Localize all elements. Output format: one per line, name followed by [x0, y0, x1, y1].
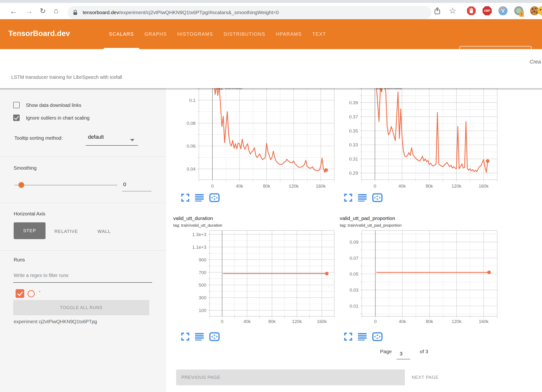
run-color-swatch[interactable]	[28, 290, 35, 297]
x-tick-label: 120k	[289, 184, 299, 189]
page-number-input[interactable]: 3	[400, 351, 403, 357]
home-icon[interactable]: ⌂	[54, 6, 58, 15]
chart-valid_utt_duration: 040k80k120k160k1003005007009001.1e+31.3e…	[173, 213, 340, 328]
tab-distributions[interactable]: DISTRIBUTIONS	[218, 19, 271, 49]
pan-arrows-icon[interactable]	[209, 332, 220, 341]
clipped-tag-fragment: tag: train/valid	[376, 88, 402, 90]
privacy-badger-icon[interactable]: 1	[514, 6, 523, 15]
y-tick-label: 0.07	[350, 256, 358, 261]
x-tick-label: 160k	[479, 184, 489, 189]
chart-title: valid_utt_pad_proportion	[340, 215, 395, 221]
horizontal-lines-icon[interactable]	[358, 193, 367, 202]
x-tick-label: 0	[374, 319, 377, 324]
smoothing-slider-handle[interactable]	[18, 182, 24, 188]
y-tick-label: 0.01	[350, 304, 358, 309]
runs-filter-input[interactable]: Write a regex to filter runs	[14, 273, 69, 278]
x-tick-label: 0	[211, 184, 214, 189]
tab-hparams[interactable]: HPARAMS	[271, 19, 307, 49]
show-download-checkbox[interactable]	[13, 102, 20, 108]
x-tick-label: 80k	[268, 319, 276, 324]
fullscreen-icon[interactable]	[181, 193, 190, 202]
url-text[interactable]: tensorboard.dev/experiment/cj2vtPiwQHKN9…	[83, 6, 279, 19]
checkmark-icon	[17, 290, 23, 296]
abp-label: ABP	[484, 9, 490, 12]
bookmark-star-icon[interactable]: ☆	[449, 6, 456, 15]
axis-wall-button[interactable]: WALL	[98, 229, 111, 234]
y-tick-label: 0.03	[350, 288, 358, 293]
pan-arrows-icon[interactable]	[372, 193, 383, 202]
series-line	[376, 88, 488, 172]
forward-icon[interactable]: →	[25, 6, 33, 16]
divider	[0, 156, 166, 157]
series-line	[214, 88, 326, 172]
last-point-dot	[324, 168, 328, 172]
smoothing-value-underline	[122, 191, 151, 191]
y-tick-label: 1.3e+3	[192, 232, 206, 237]
horizontal-lines-icon[interactable]	[195, 332, 204, 341]
chart-valid_utt_pad_proportion: 040k80k120k160k0.010.030.050.070.09valid…	[339, 213, 507, 328]
x-tick-label: 40k	[236, 184, 243, 189]
smiley-icon[interactable]	[538, 6, 542, 15]
page-of-label: of 3	[420, 349, 428, 354]
y-tick-label: 0.08	[187, 121, 196, 126]
chart-tag: tag: train/valid_utt_pad_proportion	[340, 223, 402, 228]
smoothing-slider-track[interactable]	[14, 185, 117, 185]
show-download-label: Show data download links	[26, 103, 81, 108]
y-tick-label: 100	[199, 308, 206, 313]
axis-step-button[interactable]: STEP	[14, 222, 46, 239]
y-tick-label: 0.1	[189, 98, 196, 103]
browser-tab-strip	[0, 0, 542, 3]
run-checkbox[interactable]	[16, 289, 24, 298]
fullscreen-icon[interactable]	[344, 193, 352, 202]
chevron-down-icon[interactable]	[130, 139, 134, 141]
share-icon[interactable]	[434, 7, 441, 15]
smoothing-value-input[interactable]: 0	[123, 181, 126, 188]
reload-icon[interactable]: ↻	[40, 6, 46, 16]
fullscreen-icon[interactable]	[181, 332, 190, 341]
y-tick-label: 0.29	[349, 171, 358, 176]
y-tick-label: 500	[199, 282, 206, 288]
axis-relative-button[interactable]: RELATIVE	[54, 229, 78, 234]
chart-title: valid_utt_duration	[173, 215, 213, 221]
x-tick-label: 160k	[317, 319, 327, 324]
horizontal-lines-icon[interactable]	[195, 193, 204, 202]
runs-label: Runs	[14, 257, 25, 263]
divider	[0, 203, 166, 203]
checkmark-icon	[14, 115, 19, 120]
previous-page-button[interactable]: PREVIOUS PAGE	[176, 369, 405, 385]
clipped-tag-fragment: tag: train/valid	[217, 88, 242, 90]
tooltip-sort-select[interactable]: default	[88, 134, 104, 140]
x-tick-label: 40k	[398, 184, 406, 189]
toggle-all-runs-button[interactable]: TOGGLE ALL RUNS	[13, 300, 149, 315]
back-icon[interactable]: ←	[10, 6, 18, 16]
y-tick-label: 0.31	[349, 156, 358, 161]
tab-histograms[interactable]: HISTOGRAMS	[172, 19, 218, 49]
extension-badge: 1	[519, 11, 524, 17]
tab-graphs[interactable]: GRAPHS	[139, 19, 172, 49]
ignore-outliers-label: Ignore outliers in chart scaling	[26, 115, 90, 121]
lock-icon	[73, 10, 77, 15]
tab-text[interactable]: TEXT	[307, 19, 331, 49]
pan-arrows-icon[interactable]	[209, 193, 220, 202]
subheader: Crea LSTM transducer training for LibriS…	[0, 49, 542, 88]
adblock-hand-icon[interactable]	[467, 6, 476, 15]
v-extension-icon[interactable]: V	[498, 6, 507, 15]
x-tick-label: 0	[221, 319, 224, 324]
horizontal-lines-icon[interactable]	[358, 332, 367, 341]
x-tick-label: 40k	[399, 319, 406, 324]
runs-filter-underline	[13, 282, 152, 283]
next-page-button[interactable]: NEXT PAGE	[412, 375, 438, 380]
fullscreen-icon[interactable]	[344, 332, 352, 341]
address-bar[interactable]: tensorboard.dev/experiment/cj2vtPiwQHKN9…	[68, 6, 431, 19]
chart-toolbar	[344, 332, 383, 341]
pan-arrows-icon[interactable]	[372, 332, 383, 341]
created-text-fragment: Crea	[530, 59, 541, 65]
chart-toolbar	[344, 193, 383, 202]
x-tick-label: 80k	[426, 319, 433, 324]
y-tick-label: 0.37	[349, 114, 358, 119]
tab-scalars[interactable]: SCALARS	[104, 19, 139, 49]
nav-tabs: SCALARSGRAPHSHISTOGRAMSDISTRIBUTIONSHPAR…	[104, 19, 331, 49]
ignore-outliers-checkbox[interactable]	[13, 115, 20, 121]
abp-icon[interactable]: ABP	[483, 6, 492, 15]
url-path: /experiment/cj2vtPiwQHKN9Q1tx6PTpg/#scal…	[119, 10, 279, 15]
